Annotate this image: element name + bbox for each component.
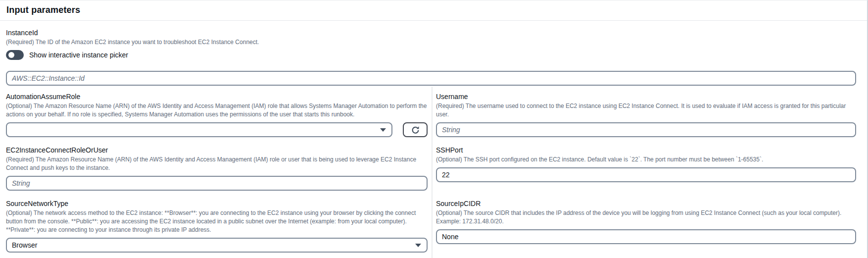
ec2-instance-connect-role-label: EC2InstanceConnectRoleOrUser [6, 145, 428, 155]
instance-picker-toggle[interactable] [6, 50, 24, 60]
instance-id-label: InstanceId [6, 28, 856, 38]
source-network-type-label: SourceNetworkType [6, 199, 428, 208]
ssh-port-label: SSHPort [436, 145, 856, 155]
automation-assume-role-label: AutomationAssumeRole [6, 92, 428, 102]
chevron-down-icon [380, 128, 386, 132]
chevron-down-icon [415, 244, 421, 247]
ec2-instance-connect-role-description: (Required) The Amazon Resource Name (ARN… [6, 155, 428, 172]
ec2-instance-connect-role-input[interactable] [6, 176, 428, 191]
instance-id-description: (Required) The ID of the Amazon EC2 inst… [6, 38, 856, 47]
refresh-button[interactable] [403, 122, 428, 137]
source-network-type-selected-value: Browser [12, 241, 37, 249]
source-network-type-description: (Optional) The network access method to … [6, 209, 428, 234]
refresh-icon [411, 126, 420, 134]
input-parameters-panel: Input parameters InstanceId (Required) T… [0, 0, 868, 258]
instance-picker-toggle-label: Show interactive instance picker [29, 51, 128, 59]
source-ip-cidr-input[interactable] [436, 229, 856, 244]
username-label: Username [436, 92, 856, 102]
ssh-port-description: (Optional) The SSH port configured on th… [436, 155, 856, 164]
toggle-knob-icon [8, 52, 14, 58]
instance-id-input[interactable] [6, 71, 856, 86]
source-ip-cidr-description: (Optional) The source CIDR that includes… [436, 209, 856, 226]
field-source-ip-cidr: SourceIpCIDR (Optional) The source CIDR … [436, 199, 856, 244]
field-ssh-port: SSHPort (Optional) The SSH port configur… [436, 145, 856, 182]
automation-assume-role-select[interactable] [6, 122, 392, 137]
field-automation-assume-role: AutomationAssumeRole (Optional) The Amaz… [6, 92, 428, 137]
form-content: InstanceId (Required) The ID of the Amaz… [0, 21, 867, 258]
source-ip-cidr-label: SourceIpCIDR [436, 199, 856, 208]
ssh-port-input[interactable] [436, 167, 856, 182]
automation-assume-role-controls [6, 122, 428, 137]
page-title: Input parameters [6, 5, 857, 15]
instance-picker-toggle-row: Show interactive instance picker [6, 50, 856, 60]
panel-header: Input parameters [0, 0, 867, 20]
field-source-network-type: SourceNetworkType (Optional) The network… [6, 199, 428, 253]
field-username: Username (Required) The username used to… [436, 92, 856, 137]
parameters-grid: AutomationAssumeRole (Optional) The Amaz… [6, 86, 856, 258]
username-description: (Required) The username used to connect … [436, 102, 856, 119]
source-network-type-select[interactable]: Browser [6, 238, 428, 253]
field-ec2-instance-connect-role-or-user: EC2InstanceConnectRoleOrUser (Required) … [6, 145, 428, 191]
username-input[interactable] [436, 122, 856, 137]
automation-assume-role-description: (Optional) The Amazon Resource Name (ARN… [6, 102, 428, 119]
field-instance-id: InstanceId (Required) The ID of the Amaz… [6, 28, 856, 86]
